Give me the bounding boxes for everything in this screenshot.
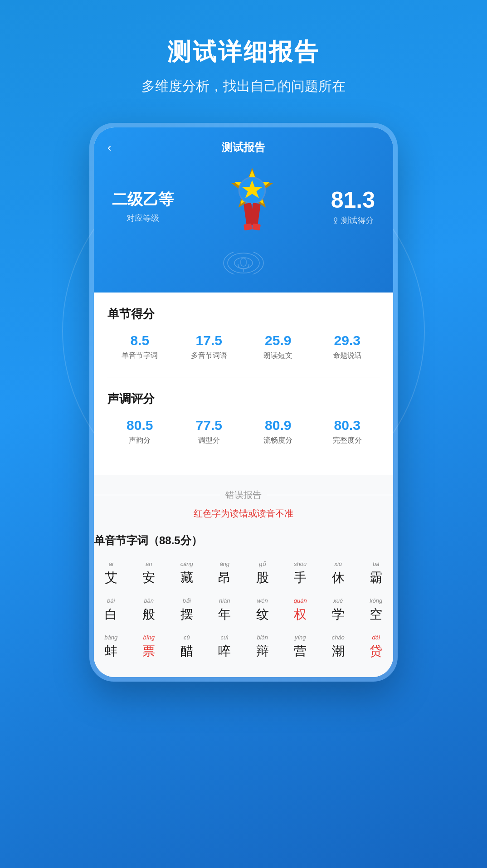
score-number: 81.3 (331, 187, 375, 213)
phone-header: ‹ 测试报告 二级乙等 对应等级 (94, 127, 393, 293)
tone-item-4: 80.3 完整度分 (315, 418, 380, 445)
char-ban: 般 (142, 606, 155, 623)
char-nian: 年 (218, 606, 231, 623)
char-item-xue: xué 学 (321, 594, 356, 627)
section-scores-title: 单节得分 (107, 306, 380, 322)
char-item-bai2: bǎi 摆 (170, 594, 204, 627)
svg-rect-9 (334, 218, 337, 221)
error-line-right (267, 495, 393, 495)
score-item-4: 29.3 命题说话 (315, 333, 380, 361)
error-header: 错误报告 (94, 489, 393, 501)
char-kong: 空 (370, 606, 382, 623)
char-bai2: 摆 (180, 606, 193, 623)
char-row-1: ài 艾 ān 安 cáng 藏 áng 昂 (94, 557, 393, 590)
char-item-chao: cháo 潮 (321, 630, 356, 663)
score-name-2: 多音节词语 (177, 351, 242, 361)
pinyin-xue: xué (333, 597, 343, 604)
section-scores-grid: 8.5 单音节字词 17.5 多音节词语 25.9 朗读短文 29.3 命题说话 (107, 333, 380, 361)
char-xue: 学 (332, 606, 345, 623)
char-item-gu: gǔ 股 (245, 557, 280, 590)
pinyin-shou: shōu (294, 561, 307, 567)
phone-content: 单节得分 8.5 单音节字词 17.5 多音节词语 25.9 朗读短文 (94, 293, 393, 475)
char-ai: 艾 (105, 569, 117, 586)
pinyin-dai: dài (372, 634, 380, 641)
pinyin-ba: bà (373, 561, 379, 567)
char-bang: 蚌 (105, 643, 117, 660)
tone-name-3: 流畅度分 (246, 436, 311, 445)
score-value-1: 8.5 (107, 333, 172, 348)
pinyin-bai: bái (107, 597, 115, 604)
svg-rect-7 (244, 224, 252, 231)
tone-value-1: 80.5 (107, 418, 172, 433)
medal-badge (216, 166, 288, 247)
score-value-3: 25.9 (246, 333, 311, 348)
tone-item-1: 80.5 声韵分 (107, 418, 172, 445)
grade-label: 对应等级 (112, 213, 174, 224)
char-item-bai: bái 白 (94, 594, 128, 627)
pinyin-bian: biàn (257, 634, 268, 641)
char-item-dai: dài 贷 (359, 630, 394, 663)
score-item-1: 8.5 单音节字词 (107, 333, 172, 361)
char-item-ba: bà 霸 (359, 557, 394, 590)
score-item-2: 17.5 多音节词语 (177, 333, 242, 361)
error-line-left (94, 495, 220, 495)
pinyin-bang: bàng (104, 634, 117, 641)
score-info: 81.3 测试得分 (331, 187, 375, 226)
pinyin-an: ān (146, 561, 152, 567)
score-section: 二级乙等 对应等级 (107, 166, 380, 247)
mic-ripple (107, 252, 380, 274)
char-section: 单音节字词（88.5分） ài 艾 ān 安 cáng 藏 (94, 533, 393, 663)
char-item-nian: nián 年 (208, 594, 242, 627)
nav-bar: ‹ 测试报告 (107, 140, 380, 155)
grade-text: 二级乙等 (112, 189, 174, 210)
pinyin-cui: cuì (221, 634, 229, 641)
char-cu: 醋 (180, 643, 193, 660)
svg-point-12 (234, 258, 253, 268)
pinyin-wen: wén (257, 597, 268, 604)
char-item-cang: cáng 藏 (170, 557, 204, 590)
char-bai: 白 (105, 606, 117, 623)
char-item-shou: shōu 手 (283, 557, 318, 590)
pinyin-bing: bīng (143, 634, 155, 641)
char-item-cui: cuì 啐 (208, 630, 242, 663)
char-item-ang: áng 昂 (208, 557, 242, 590)
char-item-bian: biàn 辩 (245, 630, 280, 663)
char-item-xiu: xiū 休 (321, 557, 356, 590)
error-note: 红色字为读错或读音不准 (94, 507, 393, 520)
char-item-ying: yíng 营 (283, 630, 318, 663)
pinyin-nian: nián (219, 597, 230, 604)
pinyin-cang: cáng (180, 561, 193, 567)
error-section: 错误报告 红色字为读错或读音不准 单音节字词（88.5分） ài 艾 ān 安 (94, 475, 393, 677)
phone-mockup: ‹ 测试报告 二级乙等 对应等级 (89, 123, 398, 682)
char-section-title: 单音节字词（88.5分） (94, 533, 393, 548)
pinyin-ang: áng (219, 561, 229, 567)
back-button[interactable]: ‹ (107, 141, 112, 155)
svg-rect-15 (241, 258, 246, 266)
tone-name-4: 完整度分 (315, 436, 380, 445)
char-bing: 票 (142, 643, 155, 660)
pinyin-kong: kōng (370, 597, 382, 604)
pinyin-xiu: xiū (334, 561, 342, 567)
char-ying: 营 (294, 643, 307, 660)
char-item-wen: wén 纹 (245, 594, 280, 627)
pinyin-ban: bān (144, 597, 154, 604)
pinyin-ying: yíng (295, 634, 306, 641)
char-shou: 手 (294, 569, 307, 586)
section-scores-container: 单节得分 8.5 单音节字词 17.5 多音节词语 25.9 朗读短文 (107, 306, 380, 361)
char-gu: 股 (256, 569, 269, 586)
score-name-3: 朗读短文 (246, 351, 311, 361)
char-item-cu: cù 醋 (170, 630, 204, 663)
tone-name-1: 声韵分 (107, 436, 172, 445)
tone-item-2: 77.5 调型分 (177, 418, 242, 445)
char-wen: 纹 (256, 606, 269, 623)
phone-inner: ‹ 测试报告 二级乙等 对应等级 (94, 127, 393, 677)
tone-value-2: 77.5 (177, 418, 242, 433)
pinyin-bai2: bǎi (183, 597, 191, 604)
page-subtitle: 多维度分析，找出自己的问题所在 (141, 77, 346, 96)
tone-item-3: 80.9 流畅度分 (246, 418, 311, 445)
char-cui: 啐 (218, 643, 231, 660)
char-ba: 霸 (370, 569, 382, 586)
char-bian: 辩 (256, 643, 269, 660)
char-xiu: 休 (332, 569, 345, 586)
char-quan: 权 (294, 606, 307, 623)
